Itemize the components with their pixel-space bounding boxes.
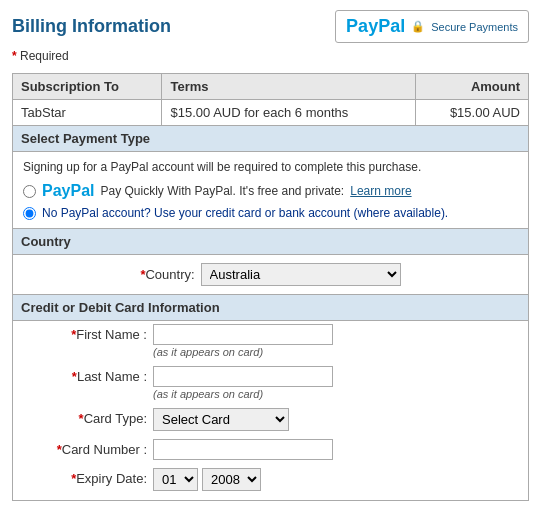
expiry-fields: 01 02 03 04 05 06 07 08 09 10 11 12 2008… — [153, 468, 261, 491]
country-required-star: * — [140, 267, 145, 282]
last-name-field-group: (as it appears on card) — [153, 366, 333, 400]
card-type-row: *Card Type: Select Card Visa Mastercard … — [13, 405, 528, 434]
country-label: *Country: — [140, 267, 194, 282]
billing-table: Subscription To Terms Amount TabStar $15… — [12, 73, 529, 126]
card-type-label: *Card Type: — [23, 408, 153, 426]
card-type-select[interactable]: Select Card Visa Mastercard American Exp… — [153, 408, 289, 431]
signing-note: Signing up for a PayPal account will be … — [23, 160, 518, 174]
last-name-input[interactable] — [153, 366, 333, 387]
last-name-row: *Last Name : (as it appears on card) — [13, 363, 528, 403]
no-paypal-radio[interactable] — [23, 207, 36, 220]
fn-star: * — [71, 327, 76, 342]
col-header-terms: Terms — [162, 74, 415, 100]
subscription-terms: $15.00 AUD for each 6 months — [162, 100, 415, 126]
expiry-month-select[interactable]: 01 02 03 04 05 06 07 08 09 10 11 12 — [153, 468, 198, 491]
first-name-label: *First Name : — [23, 324, 153, 342]
no-paypal-option: No PayPal account? Use your credit card … — [23, 206, 518, 220]
paypal-opt-part2: Pal — [70, 182, 94, 199]
header-row: Billing Information PayPal 🔒 Secure Paym… — [12, 10, 529, 43]
country-section: Country *Country: Australia United State… — [12, 229, 529, 295]
card-type-field: Select Card Visa Mastercard American Exp… — [153, 408, 289, 431]
paypal-radio[interactable] — [23, 185, 36, 198]
paypal-option-logo: PayPal — [42, 182, 94, 200]
lock-icon: 🔒 — [411, 20, 425, 33]
required-note: * Required — [12, 49, 529, 63]
payment-type-header: Select Payment Type — [13, 126, 528, 152]
ct-star: * — [79, 411, 84, 426]
paypal-logo-part2: Pal — [378, 16, 405, 36]
no-paypal-text: No PayPal account? Use your credit card … — [42, 206, 448, 220]
card-number-label: *Card Number : — [23, 439, 153, 457]
paypal-option-text: Pay Quickly With PayPal. It's free and p… — [100, 184, 344, 198]
first-name-row: *First Name : (as it appears on card) — [13, 321, 528, 361]
last-name-hint: (as it appears on card) — [153, 388, 333, 400]
paypal-logo: PayPal — [346, 16, 405, 37]
card-section: Credit or Debit Card Information *First … — [12, 295, 529, 501]
card-number-row: *Card Number : — [13, 436, 528, 463]
required-star: * — [12, 49, 17, 63]
first-name-hint: (as it appears on card) — [153, 346, 333, 358]
subscription-amount: $15.00 AUD — [415, 100, 528, 126]
card-section-header: Credit or Debit Card Information — [13, 295, 528, 321]
expiry-row: *Expiry Date: 01 02 03 04 05 06 07 08 09… — [13, 465, 528, 494]
exp-star: * — [71, 471, 76, 486]
payment-type-content: Signing up for a PayPal account will be … — [13, 152, 528, 228]
country-row: *Country: Australia United States United… — [13, 255, 528, 294]
learn-more-link[interactable]: Learn more — [350, 184, 411, 198]
payment-type-section: Select Payment Type Signing up for a Pay… — [12, 126, 529, 229]
expiry-year-select[interactable]: 2008 2009 2010 2011 2012 2013 2014 2015 — [202, 468, 261, 491]
country-select[interactable]: Australia United States United Kingdom C… — [201, 263, 401, 286]
paypal-badge: PayPal 🔒 Secure Payments — [335, 10, 529, 43]
expiry-label: *Expiry Date: — [23, 468, 153, 486]
secure-payments-link[interactable]: Secure Payments — [431, 21, 518, 33]
page-wrapper: Billing Information PayPal 🔒 Secure Paym… — [0, 0, 541, 511]
country-section-header: Country — [13, 229, 528, 255]
page-title: Billing Information — [12, 16, 171, 37]
subscription-name: TabStar — [13, 100, 162, 126]
ln-star: * — [72, 369, 77, 384]
paypal-logo-part1: Pay — [346, 16, 378, 36]
last-name-label: *Last Name : — [23, 366, 153, 384]
col-header-subscription: Subscription To — [13, 74, 162, 100]
paypal-opt-part1: Pay — [42, 182, 70, 199]
first-name-input[interactable] — [153, 324, 333, 345]
first-name-field-group: (as it appears on card) — [153, 324, 333, 358]
table-row: TabStar $15.00 AUD for each 6 months $15… — [13, 100, 529, 126]
cn-star: * — [57, 442, 62, 457]
card-number-input[interactable] — [153, 439, 333, 460]
paypal-payment-option: PayPal Pay Quickly With PayPal. It's fre… — [23, 182, 518, 200]
col-header-amount: Amount — [415, 74, 528, 100]
